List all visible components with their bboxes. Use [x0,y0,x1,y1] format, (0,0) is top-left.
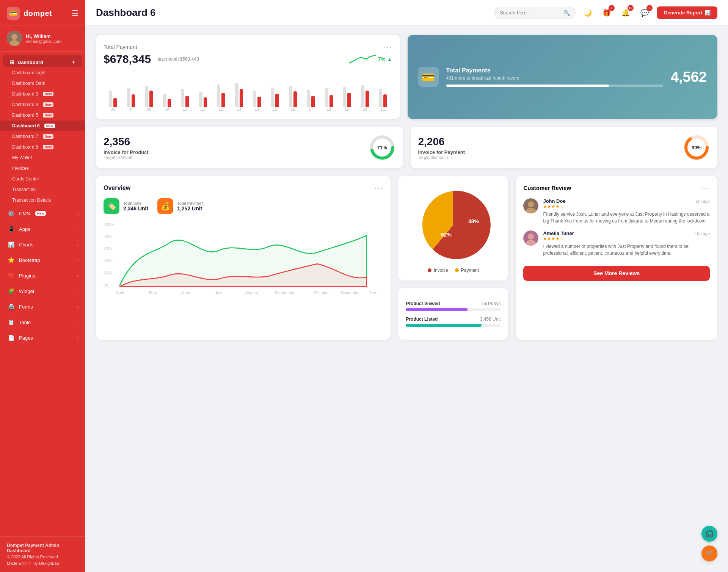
sidebar-item-my-wallet[interactable]: My Wallet [0,152,85,163]
plugins-label: Plugins [19,273,35,279]
sidebar-item-dashboard-5[interactable]: Dashboard 5 New [0,110,85,121]
dashboard-grid-icon: ⊞ [10,59,14,65]
see-more-reviews-button[interactable]: See More Reviews [523,266,710,281]
blue-total-payments-card: 💳 Total Payments 431 more to break last … [408,35,718,119]
dashboard-label: Dashboard [17,60,43,65]
row-1: Total Payment ··· $678,345 last month $5… [96,35,717,119]
x-label: 12 [213,107,229,111]
blue-card-number: 4,562 [671,69,707,85]
moon-icon: 🌙 [584,9,592,17]
x-label: 07 [123,107,138,111]
bar-group [321,88,337,107]
bar-group [105,91,121,107]
svg-text:November: November [341,291,360,295]
sidebar-item-label: Dashboard 7 [12,134,38,139]
support-float-btn[interactable]: 🎧 [701,526,717,542]
review-title: Customer Review [523,185,571,191]
chart-bar-icon: 📊 [704,10,711,16]
sidebar-item-dashboard-7[interactable]: Dashboard 7 New [0,131,85,142]
generate-report-button[interactable]: Generate Report 📊 [657,6,717,19]
blue-progress-bar-bg [446,85,663,87]
sidebar-item-transaction[interactable]: Transaction [0,184,85,195]
charts-icon: 📊 [7,240,15,249]
sidebar-item-invoices[interactable]: Invoices [0,163,85,174]
plugins-icon: ❤️ [7,271,15,280]
sidebar-item-pages[interactable]: 📄 Pages › [0,330,85,345]
dashboard-arrow: ▼ [72,60,75,64]
svg-text:October: October [314,291,329,295]
svg-text:62%: 62% [441,232,452,238]
sidebar-item-transaction-details[interactable]: Transaction Details [0,195,85,205]
sidebar-item-forms[interactable]: 🖨️ Forms › [0,299,85,314]
sidebar-item-cards-center[interactable]: Cards Center [0,174,85,184]
chevron-right-icon: › [77,289,78,293]
wallet-icon: 💳 [422,71,435,83]
invoice-payment-target: Target 3k/month [418,155,465,160]
bar-chart: 06070809101112131415161718192021 [104,69,392,111]
sidebar-item-label: Transaction Details [12,197,51,203]
blue-progress-bar-fill [446,85,609,87]
search-icon: 🔍 [563,10,570,16]
product-listed-label: Product Listed [406,317,438,322]
sidebar-nav: ⊞ Dashboard ▼ Dashboard Light Dashboard … [0,52,85,536]
sidebar-item-table[interactable]: 📋 Table › [0,315,85,330]
bell-btn[interactable]: 🔔 12 [619,6,632,20]
brand-icon: 💳 [7,7,20,20]
blue-card-subtitle: 431 more to break last month record [446,75,663,81]
sidebar-item-dashboard-light[interactable]: Dashboard Light [0,67,85,78]
chevron-right-icon: › [77,212,78,216]
sidebar-item-cms[interactable]: ⚙️ CMS New › [0,206,85,221]
sidebar-item-dashboard-8[interactable]: Dashboard 8 New [0,142,85,152]
content-area: Total Payment ··· $678,345 last month $5… [85,26,728,572]
x-label: 19 [339,107,355,111]
svg-text:1000k: 1000k [104,223,115,227]
svg-text:600k: 600k [104,247,113,251]
x-label: 13 [231,107,246,111]
sidebar-item-plugins[interactable]: ❤️ Plugins › [0,268,85,283]
bar-group [159,94,174,107]
review-more-btn[interactable]: ··· [701,183,710,192]
svg-text:0k: 0k [104,283,108,287]
payment-icon: 💰 [161,202,170,211]
blue-card-icon: 💳 [418,67,439,87]
dashboard-section[interactable]: ⊞ Dashboard ▼ [3,55,82,67]
pie-chart-wrapper: 38% 62% [406,187,500,263]
invoice-product-target: Target 3k/month [104,155,148,160]
review-content-2: Amelia Tuner 10h ago ★★★★☆ I viewed a nu… [543,230,710,257]
search-box[interactable]: 🔍 [494,7,576,19]
topbar: Dashboard 6 🔍 🌙 🎁 2 🔔 12 💬 5 Gen [85,0,728,26]
sidebar-item-widget[interactable]: 🧩 Widget › [0,284,85,299]
sidebar-item-dashboard-6[interactable]: Dashboard 6 New [0,121,85,131]
gift-btn[interactable]: 🎁 2 [600,6,613,20]
reviewer-avatar-2 [523,230,538,246]
cart-float-btn[interactable]: 🛒 [701,545,717,561]
new-badge: New [43,134,54,139]
overview-more-btn[interactable]: ··· [375,183,383,192]
sidebar-item-dashboard-4[interactable]: Dashboard 4 New [0,99,85,110]
bar-group [357,85,373,107]
sidebar-item-dashboard-dark[interactable]: Dashboard Dark [0,78,85,89]
product-listed-progress-bg [406,324,500,327]
sidebar-item-charts[interactable]: 📊 Charts › [0,237,85,252]
sidebar-item-dashboard-3[interactable]: Dashboard 3 New [0,89,85,99]
more-options-btn[interactable]: ··· [384,42,392,51]
review-text-2: I viewed a number of properties with Jus… [543,243,710,257]
gift-badge: 2 [609,5,615,11]
sidebar-item-bootstrap[interactable]: ⭐ Bootstrap › [0,252,85,268]
chevron-right-icon: › [77,227,78,231]
hamburger-icon[interactable]: ☰ [72,9,78,18]
sidebar-item-apps[interactable]: 📱 Apps › [0,221,85,237]
sidebar-brand: 💳 dompet ☰ [0,0,85,25]
chat-badge: 5 [646,5,653,11]
chevron-right-icon: › [77,274,78,278]
search-input[interactable] [500,10,560,16]
x-label: 18 [321,107,337,111]
theme-toggle-btn[interactable]: 🌙 [581,6,595,20]
chat-btn[interactable]: 💬 5 [638,6,651,20]
new-badge: New [43,92,54,96]
sale-icon: 🏷️ [107,202,116,211]
x-label: 17 [303,107,318,111]
bar-group [267,88,282,107]
sidebar-item-label: Dashboard 4 [12,102,38,107]
payment-amount: $678,345 [104,53,151,66]
